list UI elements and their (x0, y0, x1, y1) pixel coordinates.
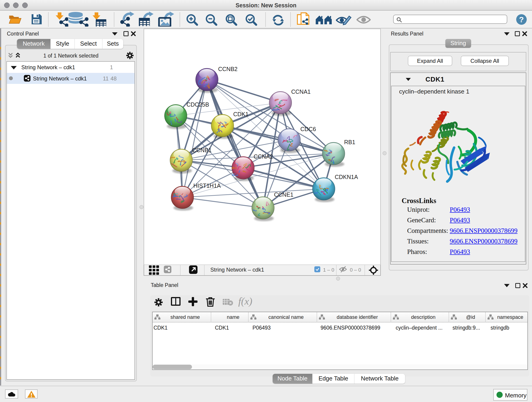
svg-text:CDK1: CDK1 (233, 111, 249, 117)
svg-text:CCNA1: CCNA1 (291, 89, 311, 95)
svg-text:CCNE1: CCNE1 (274, 191, 293, 198)
svg-text:CDC6: CDC6 (300, 126, 316, 132)
svg-text:CCNB2: CCNB2 (218, 66, 238, 72)
svg-text:CDKN1A: CDKN1A (335, 174, 358, 180)
svg-text:CCNA2: CCNA2 (254, 153, 273, 160)
svg-text:CDC25B: CDC25B (186, 101, 209, 108)
svg-text:HIST1H1A: HIST1H1A (193, 182, 221, 189)
svg-text:RB1: RB1 (344, 139, 355, 145)
svg-text:CCNB1: CCNB1 (192, 147, 212, 153)
